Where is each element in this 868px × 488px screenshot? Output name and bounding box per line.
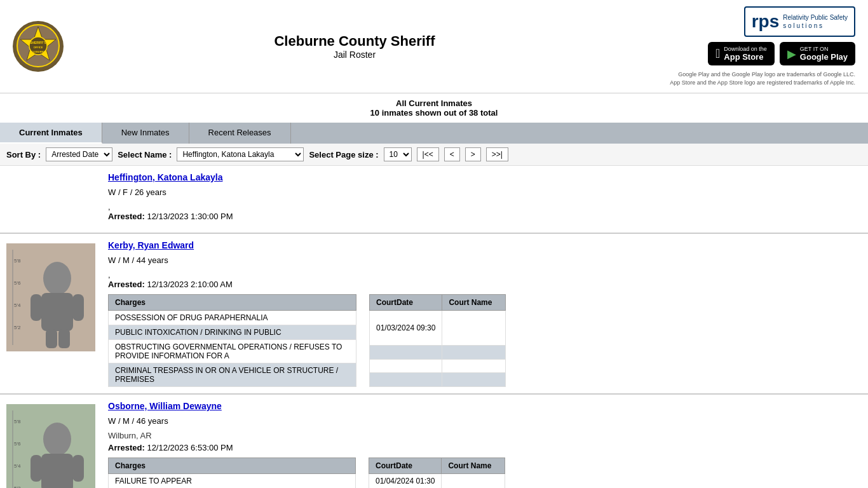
list-item (370, 345, 506, 359)
inmate-photo-area: 5'8 5'6 5'4 5'2 (0, 240, 102, 387)
court-name-cell (442, 473, 505, 488)
nav-next-button[interactable]: > (465, 147, 481, 161)
svg-rect-17 (58, 329, 70, 348)
svg-text:5'6: 5'6 (14, 441, 21, 447)
inmate-arrested: Arrested: 12/13/2023 2:10:00 AM (108, 280, 862, 289)
rps-big-text: rps (752, 11, 780, 32)
list-item (370, 373, 506, 387)
app-store-download-label: Download on the (724, 46, 767, 52)
header-right-area: rps Relativity Public Safety s o l u t i… (639, 6, 855, 86)
inmate-row: 5'8 5'6 5'4 5'2 Osborne, William Dewayne… (0, 395, 868, 488)
nav-tabs: Current Inmates New Inmates Recent Relea… (0, 123, 868, 144)
name-select[interactable]: Heffington, Katona Lakayla (177, 147, 304, 161)
svg-text:5'2: 5'2 (14, 325, 21, 330)
inmate-photo-area (0, 172, 102, 226)
google-play-name: Google Play (800, 52, 848, 62)
charge-cell: FAILURE TO APPEAR (109, 473, 356, 488)
inmate-name[interactable]: Heffington, Katona Lakayla (108, 172, 862, 182)
apple-icon:  (715, 46, 720, 61)
svg-point-24 (43, 423, 71, 456)
name-select-label: Select Name : (118, 150, 172, 159)
charges-section: ChargesFAILURE TO APPEAR CourtDate Court… (108, 458, 862, 488)
inmate-details: W / M / 44 years (108, 254, 862, 268)
court-name-cell (442, 345, 506, 359)
svg-text:5'8: 5'8 (14, 419, 21, 424)
sort-select[interactable]: Arrested Date (46, 147, 112, 161)
charges-section: ChargesPOSSESSION OF DRUG PARAPHERNALIAP… (108, 294, 862, 387)
svg-text:5'8: 5'8 (14, 258, 21, 264)
app-store-button[interactable]:  Download on the App Store (708, 42, 775, 65)
svg-text:5'6: 5'6 (14, 280, 21, 286)
page-title: Cleburne County Sheriff (70, 33, 639, 50)
svg-text:OFFICE: OFFICE (34, 46, 43, 49)
court-name-cell (442, 373, 506, 387)
list-item (370, 359, 506, 373)
charge-cell: OBSTRUCTING GOVERNMENTAL OPERATIONS / RE… (109, 339, 356, 363)
list-item: FAILURE TO APPEAR (109, 473, 356, 488)
google-play-icon: ▶ (787, 47, 796, 61)
app-buttons-area:  Download on the App Store ▶ GET IT ON … (708, 42, 855, 65)
court-date-cell: 01/04/2024 01:30 (369, 473, 442, 488)
nav-first-button[interactable]: |<< (417, 147, 439, 161)
svg-rect-16 (46, 329, 57, 348)
svg-text:5'4: 5'4 (14, 463, 21, 469)
court-dates-table: CourtDate Court Name 01/04/2024 01:30 (369, 458, 505, 488)
mugshot-placeholder: 5'8 5'6 5'4 5'2 (6, 243, 95, 351)
sheriff-badge-area: SHERIFF'S OFFICE CLEBURNE (13, 21, 70, 72)
inmate-arrested: Arrested: 12/13/2023 1:30:00 PM (108, 212, 862, 221)
svg-rect-26 (31, 455, 42, 482)
court-name-cell (442, 359, 506, 373)
tab-current-inmates[interactable]: Current Inmates (0, 123, 102, 144)
svg-rect-25 (41, 454, 73, 488)
court-date-cell: 01/03/2024 09:30 (370, 310, 442, 345)
sheriff-badge: SHERIFF'S OFFICE CLEBURNE (13, 21, 64, 72)
inmate-info: Osborne, William DewayneW / M / 46 years… (102, 401, 868, 488)
page-size-select[interactable]: 10 (384, 147, 412, 161)
nav-last-button[interactable]: >>| (486, 147, 508, 161)
summary-line2: 10 inmates shown out of 38 total (5, 108, 863, 118)
sort-label: Sort By : (6, 150, 41, 159)
charges-only-table: ChargesPOSSESSION OF DRUG PARAPHERNALIAP… (108, 294, 356, 387)
svg-rect-14 (31, 294, 42, 321)
inmate-details: W / F / 26 years (108, 186, 862, 200)
page-header: SHERIFF'S OFFICE CLEBURNE Cleburne Count… (0, 0, 868, 93)
charge-cell: PUBLIC INTOXICATION / DRINKING IN PUBLIC (109, 325, 356, 339)
inmate-name[interactable]: Osborne, William Dewayne (108, 401, 862, 411)
inmate-arrested: Arrested: 12/12/2023 6:53:00 PM (108, 443, 862, 452)
inmate-address: Wilburn, AR (108, 431, 862, 440)
charge-cell: CRIMINAL TRESPASS IN OR ON A VEHICLE OR … (109, 363, 356, 386)
svg-rect-27 (72, 455, 84, 482)
tab-new-inmates[interactable]: New Inmates (102, 123, 189, 144)
inmate-row: Heffington, Katona LakaylaW / F / 26 yea… (0, 166, 868, 234)
header-title-area: Cleburne County Sheriff Jail Roster (70, 33, 639, 60)
nav-prev-button[interactable]: < (444, 147, 460, 161)
court-date-cell (370, 345, 442, 359)
rps-tagline: Relativity Public Safety s o l u t i o n… (783, 13, 848, 30)
inmate-address-comma: , (108, 270, 862, 280)
list-item: 01/03/2024 09:30 (370, 310, 506, 345)
mugshot-placeholder: 5'8 5'6 5'4 5'2 (6, 404, 95, 488)
app-store-name: App Store (724, 52, 767, 62)
google-play-button[interactable]: ▶ GET IT ON Google Play (780, 42, 855, 65)
svg-rect-15 (72, 294, 84, 321)
page-subtitle: Jail Roster (70, 50, 639, 60)
svg-text:5'2: 5'2 (14, 485, 21, 488)
no-photo (6, 175, 95, 179)
inmate-info: Heffington, Katona LakaylaW / F / 26 yea… (102, 172, 868, 226)
svg-text:SHERIFF'S: SHERIFF'S (30, 41, 47, 44)
svg-point-12 (43, 262, 71, 295)
summary-line1: All Current Inmates (5, 98, 863, 108)
page-size-label: Select Page size : (309, 150, 378, 159)
inmate-photo-area: 5'8 5'6 5'4 5'2 (0, 401, 102, 488)
list-item: OBSTRUCTING GOVERNMENTAL OPERATIONS / RE… (109, 339, 356, 363)
charge-cell: POSSESSION OF DRUG PARAPHERNALIA (109, 310, 356, 325)
inmate-name[interactable]: Kerby, Ryan Edward (108, 240, 862, 250)
inmate-row: 5'8 5'6 5'4 5'2 Kerby, Ryan EdwardW / M … (0, 234, 868, 395)
tab-recent-releases[interactable]: Recent Releases (189, 123, 291, 144)
sort-bar: Sort By : Arrested Date Select Name : He… (0, 144, 868, 166)
court-date-cell (370, 373, 442, 387)
list-item: CRIMINAL TRESPASS IN OR ON A VEHICLE OR … (109, 363, 356, 386)
court-name-cell (442, 310, 506, 345)
inmate-summary: All Current Inmates 10 inmates shown out… (0, 93, 868, 123)
list-item: 01/04/2024 01:30 (369, 473, 505, 488)
